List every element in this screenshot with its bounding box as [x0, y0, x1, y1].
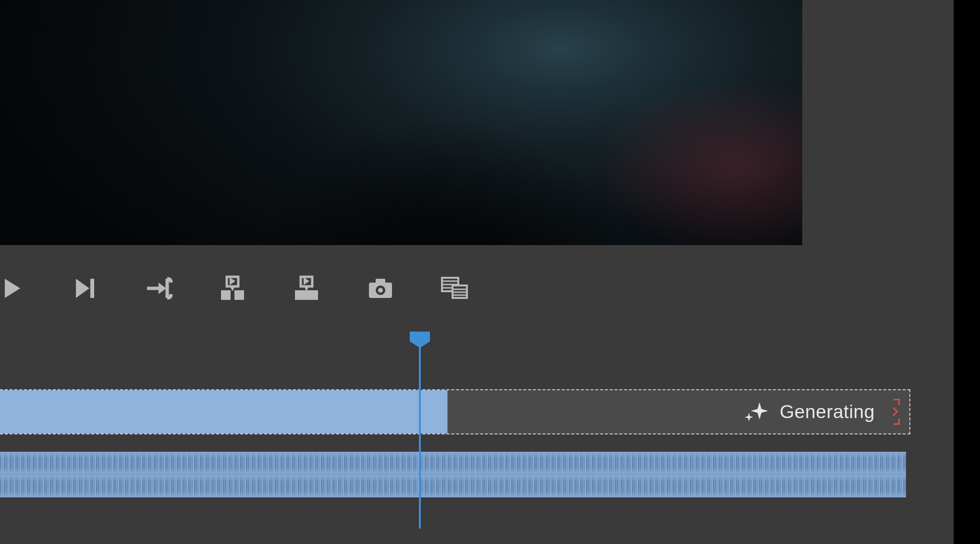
go-to-out-button[interactable] — [143, 273, 174, 304]
step-forward-icon — [69, 273, 100, 304]
playhead[interactable] — [419, 332, 421, 529]
svg-marker-0 — [5, 279, 20, 298]
play-icon — [0, 273, 26, 304]
audio-channel-right — [0, 475, 906, 497]
svg-rect-10 — [295, 290, 318, 300]
export-frame-button[interactable] — [365, 273, 396, 304]
generating-label: Generating — [780, 401, 875, 422]
playhead-line — [419, 346, 421, 529]
audio-channel-left — [0, 452, 906, 474]
play-button[interactable] — [0, 273, 26, 304]
program-monitor-preview[interactable] — [0, 0, 802, 245]
overwrite-button[interactable] — [291, 273, 322, 304]
editor-panel: Generating — [0, 0, 954, 544]
camera-icon — [365, 273, 396, 304]
svg-marker-4 — [159, 283, 166, 294]
svg-rect-6 — [234, 290, 244, 300]
svg-point-17 — [378, 288, 383, 293]
audio-waveform — [0, 475, 906, 497]
svg-marker-9 — [231, 287, 234, 291]
svg-rect-2 — [90, 279, 94, 298]
sparkle-icon — [742, 398, 769, 425]
overwrite-icon — [291, 273, 322, 304]
generating-progress-icon — [885, 399, 900, 425]
insert-button[interactable] — [217, 273, 248, 304]
window-gutter — [954, 0, 980, 544]
transport-toolbar — [0, 267, 802, 310]
timeline[interactable]: Generating — [0, 332, 910, 529]
comparison-view-icon — [439, 273, 470, 304]
svg-marker-12 — [304, 277, 309, 285]
generating-clip[interactable]: Generating — [448, 390, 907, 433]
audio-track[interactable] — [0, 452, 906, 497]
svg-rect-5 — [221, 290, 231, 300]
step-forward-button[interactable] — [69, 273, 100, 304]
editor-frame: Generating — [0, 0, 980, 544]
go-to-out-icon — [143, 273, 174, 304]
svg-marker-1 — [76, 279, 89, 298]
insert-icon — [217, 273, 248, 304]
video-clip[interactable] — [0, 390, 448, 433]
audio-waveform — [0, 452, 906, 474]
svg-rect-15 — [376, 279, 385, 284]
svg-marker-8 — [230, 277, 235, 285]
comparison-view-button[interactable] — [439, 273, 470, 304]
playhead-handle[interactable] — [410, 332, 430, 348]
video-track[interactable]: Generating — [0, 389, 910, 434]
